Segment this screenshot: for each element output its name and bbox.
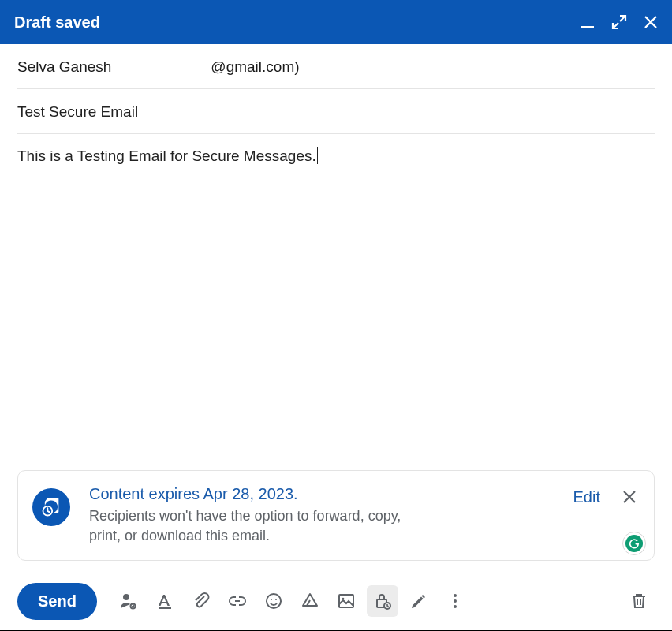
confidential-subtitle: Recipients won't have the option to forw… [89,506,436,546]
confidential-text: Content expires Apr 28, 2023. Recipients… [89,485,554,546]
svg-point-14 [454,599,457,603]
recipient-row[interactable]: Selva Ganesh @gmail.com) [17,44,655,89]
svg-point-6 [267,594,281,608]
text-caret [317,147,318,164]
discard-draft-trash-icon[interactable] [623,585,655,617]
recipient-email-suffix: @gmail.com) [211,58,299,76]
compose-fields: Selva Ganesh @gmail.com) Test Secure Ema… [0,44,672,134]
edit-confidential-button[interactable]: Edit [573,488,600,506]
body-text: This is a Testing Email for Secure Messa… [17,147,316,164]
svg-point-10 [342,598,345,600]
svg-point-3 [123,594,129,600]
window-title: Draft saved [14,13,579,32]
minimize-icon[interactable] [579,13,596,31]
insert-link-icon[interactable] [222,585,253,617]
insert-drive-icon[interactable] [294,585,326,617]
svg-rect-0 [581,26,594,28]
insert-emoji-icon[interactable] [258,585,289,617]
svg-point-8 [275,599,277,600]
titlebar-buttons [579,13,659,31]
confidential-actions: Edit [573,488,638,506]
insert-photo-icon[interactable] [330,585,362,617]
recipient-name: Selva Ganesh [17,58,111,76]
ink-pen-icon[interactable] [403,585,435,617]
confidential-mode-card: Content expires Apr 28, 2023. Recipients… [17,470,655,561]
compose-window: Draft saved Selva Ganesh @gmail.com) Tes… [0,0,672,631]
svg-rect-5 [159,607,171,609]
subject-row[interactable]: Test Secure Email [17,89,655,134]
attach-file-icon[interactable] [185,585,217,617]
svg-point-13 [454,594,457,597]
compose-toolbar: Send [0,572,672,630]
grammarly-badge-icon[interactable] [622,532,646,555]
subject-text: Test Secure Email [17,103,138,121]
confidential-title: Content expires Apr 28, 2023. [89,485,554,503]
titlebar: Draft saved [0,0,672,44]
expand-icon[interactable] [610,13,628,31]
close-icon[interactable] [642,13,659,31]
signature-person-icon[interactable] [113,585,144,617]
svg-point-15 [454,605,457,608]
message-body[interactable]: This is a Testing Email for Secure Messa… [0,134,672,470]
more-options-icon[interactable] [439,585,471,617]
confidential-clock-icon [32,488,70,526]
svg-point-7 [271,599,272,600]
send-button[interactable]: Send [17,583,97,620]
text-format-icon[interactable] [149,585,181,617]
dismiss-confidential-icon[interactable] [621,488,638,506]
confidential-mode-lock-icon[interactable] [367,585,398,617]
